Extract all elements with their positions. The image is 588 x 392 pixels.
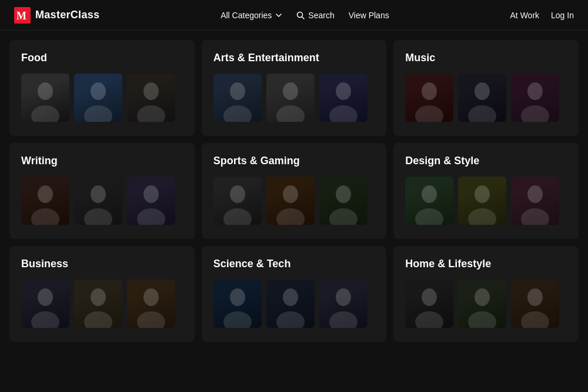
all-categories-button[interactable]: All Categories — [220, 11, 282, 20]
person-thumb-writing-2 — [127, 177, 175, 225]
person-silhouette-writing-2 — [127, 177, 175, 225]
category-images-scitech — [213, 280, 375, 328]
category-title-design: Design & Style — [405, 155, 567, 167]
person-thumb-food-0 — [21, 74, 69, 122]
svg-text:M: M — [16, 10, 26, 22]
category-card-home[interactable]: Home & Lifestyle — [393, 246, 579, 342]
search-icon — [296, 11, 305, 19]
categories-grid: Food Arts & Entertainment Music — [0, 31, 588, 351]
svg-point-12 — [283, 82, 298, 100]
svg-point-33 — [329, 208, 358, 225]
category-title-food: Food — [21, 52, 183, 64]
person-silhouette-home-2 — [511, 280, 559, 328]
search-label: Search — [308, 11, 334, 20]
svg-point-26 — [143, 185, 159, 203]
category-images-writing — [21, 177, 183, 225]
svg-point-45 — [137, 311, 165, 328]
person-silhouette-music-1 — [458, 74, 506, 122]
person-thumb-home-1 — [458, 280, 506, 328]
svg-point-7 — [84, 105, 112, 122]
person-silhouette-food-1 — [74, 74, 122, 122]
category-images-food — [21, 74, 183, 122]
svg-line-3 — [302, 16, 305, 19]
category-card-food[interactable]: Food — [9, 40, 195, 136]
chevron-down-icon — [275, 12, 282, 19]
person-silhouette-design-1 — [458, 177, 506, 225]
person-silhouette-business-0 — [21, 280, 69, 328]
svg-point-38 — [527, 185, 543, 203]
person-thumb-writing-0 — [21, 177, 69, 225]
svg-point-44 — [143, 288, 159, 306]
search-button[interactable]: Search — [296, 11, 334, 20]
svg-point-10 — [230, 82, 245, 100]
person-silhouette-writing-1 — [74, 177, 122, 225]
category-title-business: Business — [21, 258, 183, 270]
svg-point-17 — [415, 105, 443, 122]
all-categories-label: All Categories — [220, 11, 272, 20]
category-title-sports: Sports & Gaming — [213, 155, 375, 167]
logo-text: MasterClass — [35, 9, 99, 21]
svg-point-36 — [475, 185, 490, 203]
category-images-home — [405, 280, 567, 328]
person-silhouette-scitech-2 — [319, 280, 368, 328]
category-title-writing: Writing — [21, 155, 183, 167]
person-thumb-sports-0 — [213, 177, 262, 225]
category-card-writing[interactable]: Writing — [9, 143, 195, 239]
category-card-sports[interactable]: Sports & Gaming — [202, 143, 387, 239]
person-silhouette-business-2 — [127, 280, 175, 328]
person-thumb-scitech-2 — [319, 280, 368, 328]
category-card-arts[interactable]: Arts & Entertainment — [202, 40, 387, 136]
svg-point-31 — [276, 208, 305, 225]
view-plans-link[interactable]: View Plans — [349, 11, 389, 20]
categories-main: Food Arts & Entertainment Music — [0, 31, 588, 351]
person-silhouette-food-2 — [127, 74, 175, 122]
logo[interactable]: M MasterClass — [14, 7, 99, 24]
svg-point-51 — [329, 311, 358, 328]
svg-point-35 — [415, 208, 443, 225]
svg-point-24 — [91, 185, 106, 203]
person-silhouette-music-0 — [405, 74, 453, 122]
person-silhouette-design-2 — [511, 177, 559, 225]
category-title-arts: Arts & Entertainment — [213, 52, 375, 64]
header: M MasterClass All Categories Search View… — [0, 0, 588, 31]
svg-point-46 — [230, 288, 245, 306]
person-silhouette-arts-0 — [213, 74, 262, 122]
svg-point-14 — [336, 82, 351, 100]
category-images-sports — [213, 177, 375, 225]
category-card-business[interactable]: Business — [9, 246, 195, 342]
svg-point-49 — [276, 311, 305, 328]
svg-point-28 — [230, 185, 245, 203]
svg-point-25 — [84, 208, 112, 225]
category-title-music: Music — [405, 52, 567, 64]
svg-point-39 — [521, 208, 549, 225]
svg-point-43 — [84, 311, 112, 328]
person-thumb-business-2 — [127, 280, 175, 328]
at-work-link[interactable]: At Work — [510, 11, 540, 20]
person-silhouette-sports-0 — [213, 177, 262, 225]
svg-point-56 — [527, 288, 543, 306]
svg-point-41 — [31, 311, 59, 328]
login-link[interactable]: Log In — [551, 11, 574, 20]
svg-point-50 — [336, 288, 351, 306]
person-thumb-arts-0 — [213, 74, 262, 122]
person-thumb-sports-2 — [319, 177, 368, 225]
person-thumb-scitech-1 — [266, 280, 315, 328]
svg-point-20 — [527, 82, 543, 100]
svg-point-13 — [276, 105, 305, 122]
svg-point-19 — [468, 105, 496, 122]
svg-point-4 — [38, 82, 53, 100]
person-thumb-design-1 — [458, 177, 506, 225]
category-card-design[interactable]: Design & Style — [393, 143, 579, 239]
category-card-scitech[interactable]: Science & Tech — [202, 246, 387, 342]
person-silhouette-sports-1 — [266, 177, 315, 225]
person-thumb-home-2 — [511, 280, 559, 328]
svg-point-40 — [38, 288, 53, 306]
svg-point-15 — [329, 105, 358, 122]
nav-center: All Categories Search View Plans — [220, 11, 389, 20]
category-card-music[interactable]: Music — [393, 40, 579, 136]
svg-point-55 — [468, 311, 496, 328]
svg-point-22 — [38, 185, 53, 203]
svg-point-29 — [223, 208, 252, 225]
person-thumb-business-1 — [74, 280, 122, 328]
person-silhouette-food-0 — [21, 74, 69, 122]
